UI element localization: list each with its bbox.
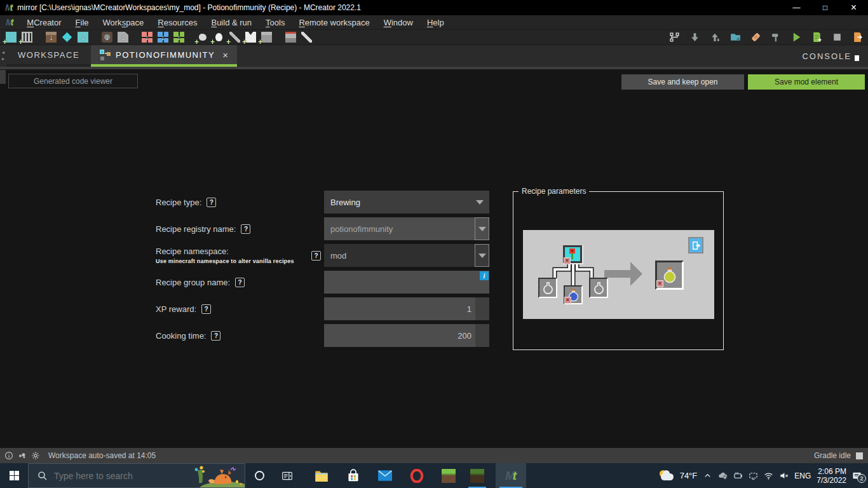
mail-button[interactable] [372,463,398,488]
mcreator-taskbar-button[interactable]: Mt [496,463,526,488]
file-explorer-button[interactable] [309,463,334,488]
import-green-datapack-button[interactable]: ↓ [171,30,187,44]
menu-workspace[interactable]: Workspace [96,18,151,27]
spinner-buttons[interactable] [475,297,489,320]
spinner-buttons[interactable] [475,324,489,347]
menu-mcreator[interactable]: MCreator [20,18,68,27]
wifi-icon[interactable] [764,471,773,480]
cooking-time-spinner[interactable]: 200 [324,324,489,347]
import-structure-button[interactable]: ↓ [115,30,131,44]
tab-console[interactable]: CONSOLE [802,45,868,67]
remove-base-bottle-button[interactable]: × [564,297,571,304]
add-spawn-egg-button[interactable]: + [211,30,227,44]
tray-expand-chevron-icon[interactable] [703,471,712,480]
export-mod-button[interactable] [850,30,865,44]
mascot-icon[interactable] [18,451,27,460]
menu-file[interactable]: File [69,18,96,27]
workspace-folder-button[interactable] [728,30,743,44]
sync-gradle-icon [710,32,721,43]
help-icon[interactable]: ? [211,331,220,341]
export-recipe-button[interactable] [688,237,703,254]
menu-window[interactable]: Window [377,18,420,27]
recipe-type-select[interactable]: Brewing [324,191,489,214]
import-blue-datapack-button[interactable]: ↓ [155,30,171,44]
combo-dropdown-button[interactable] [475,217,489,240]
add-armor-button[interactable]: + [243,30,259,44]
import-sound-button[interactable]: ↓ [99,30,115,44]
menu-remote-workspace[interactable]: Remote workspace [292,18,376,27]
minecraft-alt-button[interactable] [465,463,490,488]
search-highlight-fox-illustration[interactable] [189,464,245,487]
settings-gear-icon[interactable] [31,451,40,460]
language-label[interactable]: ENG [794,471,811,480]
registry-name-combobox[interactable]: potionofimmunity [324,217,489,240]
add-mob-button[interactable]: + [195,30,211,44]
save-and-keep-open-button[interactable]: Save and keep open [621,74,744,90]
tab-potionofimmunity[interactable]: POTIONOFIMMUNITY × [91,45,237,67]
sync-gradle-button[interactable] [707,30,723,44]
menu-resources[interactable]: Resources [151,18,204,27]
add-structure-button[interactable]: + [259,30,275,44]
microsoft-store-button[interactable] [341,463,366,488]
combo-dropdown-button[interactable] [475,244,489,267]
battery-icon[interactable] [733,471,743,480]
xp-reward-spinner[interactable]: 1 [324,297,489,320]
minecraft-button[interactable] [436,463,461,488]
add-texture-button[interactable]: + [3,30,19,44]
menu-help[interactable]: Help [420,18,451,27]
temperature-label[interactable]: 74°F [680,471,698,480]
generated-code-viewer-button[interactable]: Generated code viewer [8,74,138,88]
volume-muted-icon[interactable] [779,471,789,480]
wireless-display-icon[interactable] [749,471,758,480]
cortana-button[interactable] [245,463,273,488]
patch-tool-button[interactable] [748,30,764,44]
search-input[interactable] [54,471,162,481]
help-icon[interactable]: ? [311,251,321,261]
help-icon[interactable]: ? [241,224,250,234]
left-bottle-slot[interactable] [538,278,557,298]
weather-icon[interactable] [659,470,674,482]
help-icon[interactable]: ? [235,278,245,287]
onedrive-paused-icon[interactable] [718,471,728,480]
stop-gradle-button[interactable] [829,30,845,44]
import-item-texture-button[interactable]: ↓ [59,30,75,44]
help-icon[interactable]: ? [201,304,211,314]
translate-tool-button[interactable] [283,30,299,44]
add-animation-button[interactable]: + [19,30,35,44]
import-other-texture-button[interactable]: ↓ [75,30,91,44]
clock[interactable]: 2:06 PM 7/3/2022 [817,467,846,485]
info-icon[interactable]: i [480,271,489,280]
start-button[interactable] [0,463,28,488]
run-gradle-task-button[interactable] [809,30,825,44]
tab-workspace[interactable]: WORKSPACE [6,45,91,67]
right-bottle-slot[interactable] [589,278,608,298]
splitter-toggle[interactable] [0,45,6,67]
git-branch-button[interactable] [667,30,682,44]
tab-close-icon[interactable]: × [222,50,228,60]
search-box[interactable] [28,463,245,488]
run-client-button[interactable] [789,30,804,44]
menu-tools[interactable]: Tools [259,18,292,27]
info-icon[interactable] [4,451,13,460]
minimize-button[interactable]: — [782,0,811,15]
notification-center-button[interactable]: 2 [852,471,862,480]
pull-changes-button[interactable] [687,30,703,44]
namespace-combobox[interactable]: mod [324,244,489,267]
export-mod-icon [852,32,863,43]
maximize-button[interactable]: □ [811,0,839,15]
opera-button[interactable] [404,463,430,488]
remove-ingredient-button[interactable]: × [564,257,571,264]
add-tool-button[interactable]: + [227,30,243,44]
group-name-input[interactable]: i [324,271,489,294]
save-mod-element-button[interactable]: Save mod element [748,74,865,90]
import-block-texture-button[interactable]: ↓ [43,30,59,44]
import-red-datapack-button[interactable]: ↓ [139,30,155,44]
menu-build-run[interactable]: Build & run [204,18,259,27]
task-view-button[interactable] [273,463,301,488]
splitter-handle[interactable] [0,70,6,84]
remove-result-button[interactable]: × [656,280,663,287]
link-tool-button[interactable] [299,30,315,44]
build-hammer-button[interactable] [768,30,784,44]
close-button[interactable]: × [839,0,868,15]
help-icon[interactable]: ? [207,198,216,207]
